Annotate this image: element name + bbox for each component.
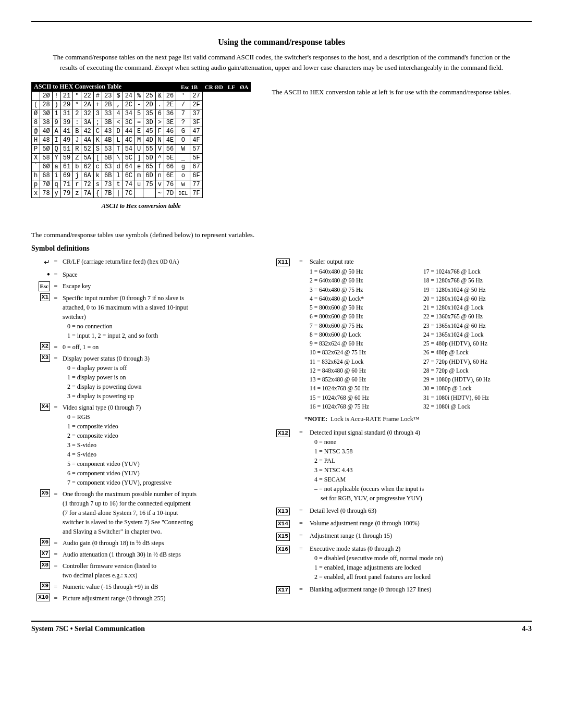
footer-right: 4-3 (522, 625, 532, 633)
sym-enter-eq: = (52, 257, 59, 266)
sym-bullet-desc: Space (63, 270, 261, 279)
sym-x17-eq: = (299, 585, 307, 594)
sym-x1-desc: Specific input number (0 through 7 if no… (63, 293, 261, 340)
sym-x7-eq: = (52, 550, 59, 559)
table-row: X58Y59Z5A[5B\5C]5D^5E_5F (32, 154, 251, 163)
sym-x11-label: X11 (276, 257, 297, 266)
sym-x7-desc: Audio attenuation (1 through 30) in ½ dB… (63, 550, 261, 559)
sym-x10: X10 = Picture adjustment range (0 throug… (31, 594, 261, 603)
footer-bar: System 7SC • Serial Communication 4-3 (31, 625, 532, 633)
table-row: P5ØQ51R52S53T54U55V56W57 (32, 145, 251, 154)
footer-rule (31, 621, 532, 622)
sym-x10-eq: = (52, 594, 59, 603)
sym-esc-label: Esc (31, 281, 50, 291)
sym-x8-label: X8 (31, 561, 50, 569)
sym-x17-label: X17 (276, 585, 297, 594)
table-row: `6Øa61b62c63d64e65f66g67 (32, 163, 251, 171)
ascii-table-header: ASCII to HEX Conversion Table (32, 82, 176, 92)
oa-header: ØA (237, 82, 251, 92)
sym-bullet-label: • (31, 270, 50, 279)
sym-x6-label: X6 (31, 538, 50, 546)
symbol-intro: The command/response tables use symbols … (31, 231, 532, 239)
table-row: 2Ø!21"22#23$24%25&26'27 (32, 92, 251, 101)
sym-x5-eq: = (52, 489, 59, 499)
sym-x2-label: X2 (31, 342, 50, 350)
sym-x3-desc: Display power status (0 through 3) 0 = d… (63, 354, 261, 401)
table-row: (28)29*2A+2B,2C-2D.2E/2F (32, 101, 251, 109)
sym-enter-desc: CR/LF (carriage return/line feed) (hex 0… (63, 257, 261, 266)
sym-x10-label: X10 (31, 594, 50, 601)
top-rule (31, 21, 532, 22)
ascii-table-section: ASCII to HEX Conversion Table Esc 1B CR … (31, 82, 532, 220)
sym-x1-eq: = (52, 293, 59, 303)
sym-x13: X13 = Detail level (0 through 63) (276, 506, 532, 515)
table-row: 838939:3A;3B<3C=3D>3E?3F (32, 118, 251, 127)
sym-x4-eq: = (52, 403, 59, 412)
ascii-hex-table: ASCII to HEX Conversion Table Esc 1B CR … (31, 82, 251, 198)
symbol-title: Symbol definitions (31, 244, 532, 253)
sym-x15: X15 = Adjustment range (1 through 15) (276, 531, 532, 540)
symbol-left-column: ↵ = CR/LF (carriage return/line feed) (h… (31, 257, 261, 605)
sym-x6: X6 = Audio gain (0 through 18) in ½ dB s… (31, 538, 261, 548)
sym-x11-eq: = (299, 257, 307, 266)
sym-x2-desc: 0 = off, 1 = on (63, 342, 261, 352)
sym-x16-desc: Executive mode status (0 through 2) 0 = … (310, 544, 532, 582)
sym-x16: X16 = Executive mode status (0 through 2… (276, 544, 532, 582)
sym-x15-desc: Adjustment range (1 through 15) (310, 531, 532, 540)
x11-note: *NOTE: Lock is Accu-RATE Frame Lock™ (304, 414, 532, 424)
sym-x3: X3 = Display power status (0 through 3) … (31, 354, 261, 401)
lf-header: LF (225, 82, 237, 92)
sym-x13-label: X13 (276, 506, 297, 515)
sym-x17: X17 = Blanking adjustment range (0 throu… (276, 585, 532, 594)
sym-x16-eq: = (299, 544, 307, 553)
sym-x2-eq: = (52, 342, 59, 352)
sym-x14-label: X14 (276, 519, 297, 528)
sym-enter-label: ↵ (31, 257, 50, 268)
esc-header: Esc 1B (176, 82, 202, 92)
sym-esc-desc: Escape key (63, 281, 261, 291)
sym-x2: X2 = 0 = off, 1 = on (31, 342, 261, 352)
symbol-right-column: X11 = Scaler output rate 1 = 640x480 @ 5… (276, 257, 532, 597)
section-title: Using the command/response tables (31, 38, 532, 47)
sym-x14-desc: Volume adjustment range (0 through 100%) (310, 519, 532, 528)
sym-x4-label: X4 (31, 403, 50, 411)
sym-x12: X12 = Detected input signal standard (0 … (276, 428, 532, 503)
sym-x10-desc: Picture adjustment range (0 through 255) (63, 594, 261, 603)
footer-left: System 7SC • Serial Communication (31, 625, 145, 633)
sym-x7: X7 = Audio attenuation (1 through 30) in… (31, 550, 261, 559)
table-row: x78y79z7A{7B|7C~7DDEL7F (32, 189, 251, 198)
sym-x7-label: X7 (31, 550, 50, 558)
sym-x17-desc: Blanking adjustment range (0 through 127… (310, 585, 532, 594)
sym-x11: X11 = Scaler output rate 1 = 640x480 @ 5… (276, 257, 532, 411)
sym-x9: X9 = Numeric value (-15 through +9) in d… (31, 582, 261, 591)
sym-enter: ↵ = CR/LF (carriage return/line feed) (h… (31, 257, 261, 268)
table-row: @4ØA41B42C43D44E45F46G47 (32, 127, 251, 136)
sym-x4: X4 = Video signal type (0 through 7) 0 =… (31, 403, 261, 487)
sym-x8-desc: Controller firmware version (listed totw… (63, 561, 261, 580)
sym-x5: X5 = One through the maximum possible nu… (31, 489, 261, 536)
table-row: h68i69j6Ak6Bl6Cm6Dn6Eo6F (32, 171, 251, 180)
sym-x8-eq: = (52, 561, 59, 571)
sym-x12-desc: Detected input signal standard (0 throug… (310, 428, 532, 503)
sym-x14: X14 = Volume adjustment range (0 through… (276, 519, 532, 528)
sym-x9-desc: Numeric value (-15 through +9) in dB (63, 582, 261, 591)
sym-x12-eq: = (299, 428, 307, 437)
sym-x5-desc: One through the maximum possible number … (63, 489, 261, 536)
symbol-section: The command/response tables use symbols … (31, 231, 532, 605)
sym-x16-label: X16 (276, 544, 297, 553)
sym-bullet: • = Space (31, 270, 261, 279)
sym-x3-label: X3 (31, 354, 50, 362)
table-row: p7Øq71r72s73t74u75v76w77 (32, 180, 251, 189)
sym-x3-eq: = (52, 354, 59, 363)
sym-x4-desc: Video signal type (0 through 7) 0 = RGB … (63, 403, 261, 487)
intro-paragraph: The command/response tables on the next … (52, 52, 511, 72)
sym-x6-eq: = (52, 538, 59, 548)
sym-x5-label: X5 (31, 489, 50, 497)
sym-x9-eq: = (52, 582, 59, 591)
sym-bullet-eq: = (52, 270, 59, 279)
sym-x8: X8 = Controller firmware version (listed… (31, 561, 261, 580)
sym-esc: Esc = Escape key (31, 281, 261, 291)
sym-x11-desc: Scaler output rate 1 = 640x480 @ 50 Hz17… (310, 257, 532, 411)
sym-x12-label: X12 (276, 428, 297, 437)
sym-x13-eq: = (299, 506, 307, 515)
